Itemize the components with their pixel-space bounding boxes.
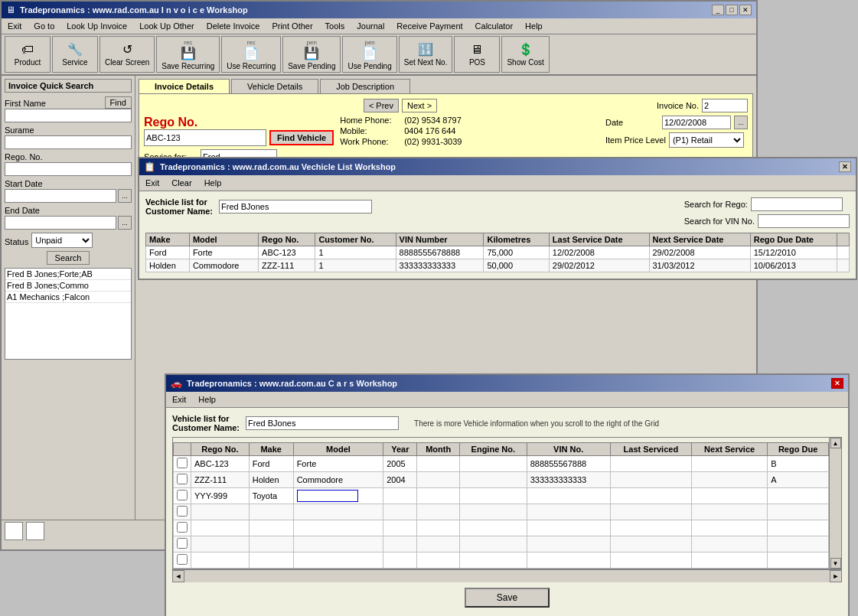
vl-col-regodue: Rego Due Date (750, 233, 837, 246)
cars-engine-2 (459, 488, 527, 504)
cars-menu-help[interactable]: Help (195, 393, 219, 406)
cars-scroll-up-button[interactable]: ▲ (830, 438, 841, 448)
menu-print-other[interactable]: Print Other (269, 20, 315, 32)
vl-search-vin-label: Search for VIN No. (684, 217, 755, 226)
tab-invoice-details[interactable]: Invoice Details (139, 79, 230, 93)
rego-value-input[interactable] (144, 129, 266, 146)
invoice-no-input[interactable] (702, 99, 748, 112)
vl-row-0[interactable]: Ford Forte ABC-123 1 8888555678888 75,00… (146, 246, 850, 259)
set-next-no-label: Set Next No. (404, 58, 448, 67)
cars-row-1[interactable]: ZZZ-111 Holden Commodore 2004 3333333333… (174, 472, 829, 488)
use-recurring-button[interactable]: rec 📄 Use Recurring (221, 36, 281, 73)
vl-menu-help[interactable]: Help (201, 177, 225, 189)
menu-lookup-other[interactable]: Look Up Other (136, 20, 197, 32)
menu-help[interactable]: Help (522, 20, 546, 32)
vl-search-rego-input[interactable] (751, 197, 843, 211)
next-button[interactable]: Next > (402, 99, 437, 112)
cars-row-empty-4 (174, 552, 829, 569)
cars-content: Vehicle list forCustomer Name: There is … (166, 408, 848, 616)
vl-cell-lastservice-1: 29/02/2012 (549, 259, 649, 272)
result-item-2[interactable]: A1 Mechanics ;Falcon (5, 292, 131, 303)
find-button[interactable]: Find (105, 96, 132, 109)
save-pending-label: Save Pending (288, 62, 335, 70)
start-date-input[interactable] (5, 189, 116, 203)
vl-menu-exit[interactable]: Exit (142, 177, 162, 189)
cars-save-button[interactable]: Save (465, 588, 550, 608)
date-picker-button[interactable]: ... (734, 116, 748, 129)
menu-calculator[interactable]: Calculator (472, 20, 517, 32)
set-next-no-button[interactable]: 🔢 Set Next No. (399, 36, 453, 73)
status-select[interactable]: Unpaid Paid All (31, 233, 93, 248)
vl-col-vin: VIN Number (396, 233, 484, 246)
cars-checkbox-e3[interactable] (177, 538, 188, 549)
price-level-select[interactable]: (P1) Retail (P2) Wholesale (P3) Trade (669, 132, 744, 148)
result-item-1[interactable]: Fred B Jones;Commo (5, 280, 131, 292)
surname-input[interactable] (5, 135, 132, 149)
tab-job-description[interactable]: Job Description (320, 79, 410, 93)
cars-checkbox-1[interactable] (177, 474, 188, 484)
cars-checkbox-e2[interactable] (177, 522, 188, 533)
search-button[interactable]: Search (47, 251, 90, 265)
service-button[interactable]: 🔧 Service (52, 36, 98, 73)
cars-menu-exit[interactable]: Exit (169, 393, 189, 406)
result-item-0[interactable]: Fred B Jones;Forte;AB (5, 269, 131, 280)
menu-tools[interactable]: Tools (322, 20, 348, 32)
cars-close-button[interactable]: ✕ (831, 378, 843, 389)
cars-title-text: Tradepronamics : www.rad.com.au C a r s … (187, 379, 397, 388)
first-name-input[interactable] (5, 109, 132, 122)
cars-col-vin: VIN No. (527, 443, 610, 456)
cars-vin-2 (527, 488, 610, 504)
prev-button[interactable]: < Prev (364, 99, 399, 112)
cars-row-0[interactable]: ABC-123 Ford Forte 2005 888855567888 B (174, 456, 829, 472)
use-pending-button[interactable]: pen 📄 Use Pending (342, 36, 396, 73)
pos-button[interactable]: 🖥 POS (454, 36, 500, 73)
cars-col-regodue: Rego Due (768, 443, 829, 456)
find-vehicle-button[interactable]: Find Vehicle (269, 130, 334, 145)
status-icon-2 (26, 522, 44, 540)
cars-customer-name-input[interactable] (246, 416, 399, 430)
show-cost-button[interactable]: 💲 Show Cost (501, 36, 549, 73)
close-button[interactable]: ✕ (739, 5, 752, 15)
menu-goto[interactable]: Go to (31, 20, 57, 32)
rego-label: Rego No. (144, 116, 334, 129)
end-date-picker-button[interactable]: ... (118, 216, 132, 230)
cars-checkbox-e1[interactable] (177, 506, 188, 517)
end-date-input[interactable] (5, 216, 116, 230)
cars-scroll-down-button[interactable]: ▼ (830, 558, 841, 569)
cars-vin-0: 888855567888 (527, 456, 610, 472)
menu-journal[interactable]: Journal (354, 20, 387, 32)
cars-grid-vscrollbar: ▲ ▼ (829, 438, 841, 569)
product-button[interactable]: 🏷 Product (5, 36, 51, 73)
vl-customer-name-section: Vechicle list forCustomer Name: (145, 197, 372, 216)
vl-row-1[interactable]: Holden Commodore ZZZ-111 1 333333333333 … (146, 259, 850, 272)
vl-menu-clear[interactable]: Clear (168, 177, 194, 189)
cars-checkbox-2[interactable] (177, 490, 188, 500)
vl-cell-model-1: Commodore (189, 259, 258, 272)
cars-row-2[interactable]: YYY-999 Toyota (174, 488, 829, 504)
date-input[interactable] (662, 116, 731, 129)
save-pending-button[interactable]: pen 💾 Save Pending (282, 36, 341, 73)
vl-cell-regodue-1: 10/06/2013 (750, 259, 837, 272)
clear-screen-button[interactable]: ↺ Clear Screen (100, 36, 155, 73)
cars-check-2 (174, 488, 191, 504)
vl-cell-km-0: 75,000 (484, 246, 549, 259)
vl-customer-name-input[interactable] (219, 200, 372, 213)
maximize-button[interactable]: □ (726, 5, 738, 15)
rego-input[interactable] (5, 162, 132, 176)
start-date-picker-button[interactable]: ... (118, 189, 132, 203)
cars-checkbox-0[interactable] (177, 458, 188, 468)
menu-exit[interactable]: Exit (5, 20, 24, 32)
menu-receive-payment[interactable]: Receive Payment (393, 20, 465, 32)
cars-h-scroll-right-button[interactable]: ► (830, 570, 842, 582)
minimize-button[interactable]: _ (712, 5, 724, 15)
cars-checkbox-e4[interactable] (177, 554, 188, 565)
menu-lookup-invoice[interactable]: Look Up Invoice (64, 20, 130, 32)
tab-vehicle-details[interactable]: Vehicle Details (231, 79, 318, 93)
vehicle-list-close-button[interactable]: ✕ (839, 161, 851, 172)
cars-model-2-input[interactable] (297, 490, 358, 502)
cars-h-scroll-left-button[interactable]: ◄ (172, 570, 184, 582)
vl-search-vin-input[interactable] (758, 214, 850, 228)
menu-delete-invoice[interactable]: Delete Invoice (204, 20, 263, 32)
save-recurring-button[interactable]: rec 💾 Save Recurring (156, 36, 220, 73)
save-recurring-label: Save Recurring (161, 62, 214, 70)
